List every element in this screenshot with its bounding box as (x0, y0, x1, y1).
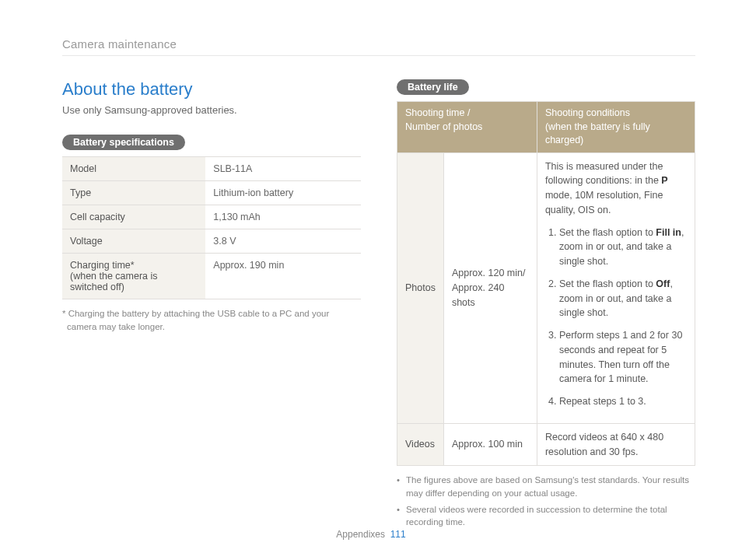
table-row: Model SLB-11A (62, 157, 361, 181)
spec-label: Model (62, 157, 205, 181)
header-text: Shooting time / (405, 107, 470, 118)
intro-text: Use only Samsung-approved batteries. (62, 104, 361, 116)
left-column: About the battery Use only Samsung-appro… (62, 79, 361, 532)
steps-list: Set the flash option to Fill in, zoom in… (559, 226, 687, 409)
list-item: Several videos were recorded in successi… (397, 503, 695, 529)
condition-intro: This is measured under the following con… (545, 159, 687, 218)
mode-label: P (661, 175, 667, 186)
list-item: Repeat steps 1 to 3. (559, 394, 687, 409)
content-columns: About the battery Use only Samsung-appro… (62, 79, 695, 532)
footer-section: Appendixes (336, 529, 385, 540)
bold-text: Fill in (656, 227, 681, 238)
text: This is measured under the following con… (545, 161, 663, 187)
spec-value: 3.8 V (205, 229, 361, 254)
time-text: Approx. 240 shots (452, 282, 504, 308)
table-header-row: Shooting time / Number of photos Shootin… (397, 102, 695, 153)
header-text: Shooting conditions (545, 107, 630, 118)
life-time-cell: Approx. 100 min (443, 423, 537, 466)
notes-list: The figures above are based on Samsung's… (397, 474, 695, 529)
page-footer: Appendixes 111 (0, 529, 742, 540)
list-item: Set the flash option to Off, zoom in or … (559, 277, 687, 320)
spec-value: 1,130 mAh (205, 205, 361, 229)
list-item: The figures above are based on Samsung's… (397, 474, 695, 499)
spec-label: Charging time* (when the camera is switc… (62, 254, 205, 299)
table-row: Voltage 3.8 V (62, 229, 361, 254)
text: Set the flash option to (559, 227, 656, 238)
spec-value: Lithium-ion battery (205, 181, 361, 205)
life-table: Shooting time / Number of photos Shootin… (397, 101, 695, 466)
list-item: Set the flash option to Fill in, zoom in… (559, 226, 687, 269)
table-row: Photos Approx. 120 min/ Approx. 240 shot… (397, 152, 695, 423)
bold-text: Off (656, 278, 670, 289)
life-row-label: Videos (397, 423, 444, 466)
text: Set the flash option to (559, 278, 656, 289)
spec-heading-pill: Battery specifications (62, 135, 185, 150)
spec-label: Cell capacity (62, 205, 205, 229)
spec-value: SLB-11A (205, 157, 361, 181)
spec-footnote: * Charging the battery by attaching the … (62, 307, 361, 333)
page-number: 111 (390, 529, 406, 540)
table-row: Type Lithium-ion battery (62, 181, 361, 205)
table-row: Charging time* (when the camera is switc… (62, 254, 361, 299)
text: mode, 10M resolution, Fine quality, OIS … (545, 190, 663, 215)
life-header-conditions: Shooting conditions (when the battery is… (537, 102, 695, 153)
time-text: Approx. 120 min/ (452, 268, 526, 278)
table-row: Cell capacity 1,130 mAh (62, 205, 361, 229)
spec-value: Approx. 190 min (205, 254, 361, 299)
spec-label: Voltage (62, 229, 205, 254)
breadcrumb: Camera maintenance (62, 37, 695, 56)
life-row-label: Photos (397, 152, 444, 423)
life-conditions-cell: Record videos at 640 x 480 resolution an… (537, 423, 695, 466)
life-conditions-cell: This is measured under the following con… (537, 152, 695, 423)
right-column: Battery life Shooting time / Number of p… (397, 79, 695, 532)
life-heading-pill: Battery life (397, 79, 469, 95)
life-header-time: Shooting time / Number of photos (397, 102, 537, 153)
table-row: Videos Approx. 100 min Record videos at … (397, 423, 695, 466)
spec-table: Model SLB-11A Type Lithium-ion battery C… (62, 156, 361, 299)
spec-label: Type (62, 181, 205, 205)
header-text: (when the battery is fully charged) (545, 121, 650, 146)
header-text: Number of photos (405, 121, 482, 132)
section-title: About the battery (62, 79, 361, 100)
life-time-cell: Approx. 120 min/ Approx. 240 shots (443, 152, 537, 423)
list-item: Perform steps 1 and 2 for 30 seconds and… (559, 328, 687, 387)
